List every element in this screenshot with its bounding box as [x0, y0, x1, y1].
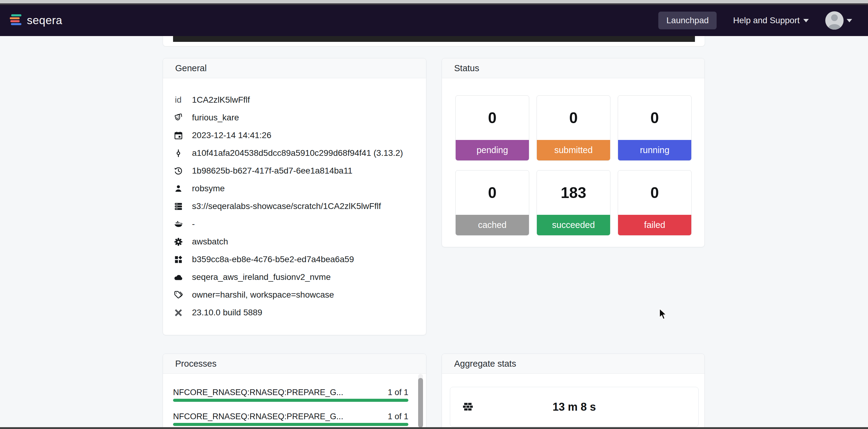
status-tiles: 0 pending 0 submitted 0 running 0 cached…	[442, 78, 705, 247]
seqera-logo[interactable]: seqera	[9, 13, 62, 28]
top-navbar: seqera Launchpad Help and Support	[0, 5, 868, 36]
submitted-label: submitted	[537, 140, 610, 161]
general-row-session: 1b98625b-b627-417f-a5d7-6ee1a814ba11	[173, 162, 414, 180]
brand-wordmark: seqera	[27, 14, 62, 27]
status-card: Status 0 pending 0 submitted 0 running 0…	[442, 58, 705, 247]
nextflow-version-value: 23.10.0 build 5889	[192, 308, 262, 317]
wall-time-stat: 13 m 8 s	[450, 387, 699, 427]
running-label: running	[618, 140, 691, 161]
general-card: General id 1CA2zlK5lwFflf furious_kare	[163, 58, 426, 335]
process-progress-bar	[173, 399, 408, 402]
chevron-down-icon	[847, 19, 852, 22]
succeeded-label: succeeded	[537, 215, 610, 235]
aggregate-stats-title: Aggregate stats	[454, 359, 516, 369]
calendar-icon	[173, 130, 183, 141]
general-row-compute-env: b359cc8a-eb8e-4c76-b5e2-ed7a4bea6a59	[173, 251, 414, 268]
general-card-body: id 1CA2zlK5lwFflf furious_kare	[163, 78, 426, 321]
process-item: NFCORE_RNASEQ:RNASEQ:PREPARE_G... 1 of 1	[173, 412, 408, 426]
seqera-logo-icon	[9, 13, 22, 28]
start-date-value: 2023-12-14 14:41:26	[192, 131, 271, 140]
general-row-launched-by: robsyme	[173, 180, 414, 197]
general-row-start-date: 2023-12-14 14:41:26	[173, 126, 414, 144]
cached-count: 0	[456, 171, 529, 215]
bottom-bar	[0, 427, 868, 429]
processes-card: Processes NFCORE_RNASEQ:RNASEQ:PREPARE_G…	[163, 353, 426, 429]
avatar	[825, 11, 844, 30]
workdir-value: s3://seqeralabs-showcase/scratch/1CA2zlK…	[192, 201, 381, 211]
running-count: 0	[618, 96, 691, 140]
executor-value: awsbatch	[192, 237, 228, 247]
compute-env-name-value: seqera_aws_ireland_fusionv2_nvme	[192, 272, 331, 282]
submitted-count: 0	[537, 96, 610, 140]
general-row-id: id 1CA2zlK5lwFflf	[173, 91, 414, 109]
mouse-cursor	[659, 308, 668, 320]
help-and-support-label: Help and Support	[733, 16, 800, 25]
history-icon	[173, 166, 183, 176]
general-row-nextflow-version: 23.10.0 build 5889	[173, 304, 414, 321]
succeeded-count: 183	[537, 171, 610, 215]
pending-count: 0	[456, 96, 529, 140]
general-row-run-name: furious_kare	[173, 109, 414, 126]
aggregate-stats-card-header: Aggregate stats	[442, 354, 705, 374]
labels-value: owner=harshil, workspace=showcase	[192, 290, 334, 300]
processes-title: Processes	[175, 359, 216, 369]
command-snippet-card	[163, 36, 705, 47]
general-row-executor: awsbatch	[173, 233, 414, 251]
id-label: id	[173, 95, 183, 105]
nextflow-icon	[173, 307, 183, 318]
compute-env-id-value: b359cc8a-eb8e-4c76-b5e2-ed7a4bea6a59	[192, 255, 354, 264]
chevron-down-icon	[803, 19, 809, 22]
general-row-container: -	[173, 215, 414, 233]
status-tile-pending[interactable]: 0 pending	[455, 95, 529, 161]
general-row-workdir: s3://seqeralabs-showcase/scratch/1CA2zlK…	[173, 197, 414, 215]
general-row-labels: owner=harshil, workspace=showcase	[173, 286, 414, 304]
aggregate-stats-card: Aggregate stats 13 m 8 s	[442, 353, 705, 429]
process-progress-bar	[173, 423, 408, 426]
tags-icon	[173, 290, 183, 300]
cached-label: cached	[456, 215, 529, 235]
failed-label: failed	[618, 215, 691, 235]
general-row-compute-env-name: seqera_aws_ireland_fusionv2_nvme	[173, 268, 414, 286]
launched-by-value: robsyme	[192, 183, 225, 193]
git-commit-icon	[173, 148, 183, 158]
failed-count: 0	[618, 171, 691, 215]
general-card-header: General	[163, 58, 426, 78]
processes-scrollbar-thumb[interactable]	[418, 378, 423, 427]
blocks-icon	[173, 254, 183, 265]
server-icon	[173, 201, 183, 211]
user-icon	[173, 183, 183, 194]
docker-icon	[173, 219, 183, 229]
process-task-count: 1 of 1	[388, 388, 408, 397]
status-tile-succeeded[interactable]: 183 succeeded	[536, 170, 611, 236]
process-item: NFCORE_RNASEQ:RNASEQ:PREPARE_G... 1 of 1	[173, 388, 408, 402]
process-task-count: 1 of 1	[388, 412, 408, 421]
launchpad-button[interactable]: Launchpad	[658, 11, 717, 29]
run-name-value: furious_kare	[192, 113, 239, 122]
status-tile-submitted[interactable]: 0 submitted	[536, 95, 611, 161]
general-row-commit: a10f41afa204538d5dcc89a5910c299d68f94f41…	[173, 144, 414, 162]
user-menu[interactable]	[825, 11, 859, 30]
gear-icon	[173, 236, 183, 247]
wall-time-value: 13 m 8 s	[450, 401, 698, 413]
window-edge-strip	[0, 0, 868, 3]
workflow-id-value: 1CA2zlK5lwFflf	[192, 95, 250, 105]
processes-card-header: Processes	[163, 354, 426, 374]
status-card-header: Status	[442, 58, 705, 78]
command-snippet-box[interactable]	[173, 36, 695, 42]
status-tile-cached[interactable]: 0 cached	[455, 170, 529, 236]
status-title: Status	[454, 63, 479, 73]
session-id-value: 1b98625b-b627-417f-a5d7-6ee1a814ba11	[192, 166, 352, 176]
commit-id-value: a10f41afa204538d5dcc89a5910c299d68f94f41…	[192, 148, 403, 158]
cloud-icon	[173, 272, 183, 282]
help-and-support-menu[interactable]: Help and Support	[733, 16, 809, 25]
process-name[interactable]: NFCORE_RNASEQ:RNASEQ:PREPARE_G...	[173, 412, 343, 421]
process-name[interactable]: NFCORE_RNASEQ:RNASEQ:PREPARE_G...	[173, 388, 343, 397]
pending-label: pending	[456, 140, 529, 161]
general-title: General	[175, 63, 207, 73]
theater-masks-icon	[173, 112, 183, 123]
container-value: -	[192, 219, 195, 229]
processes-list: NFCORE_RNASEQ:RNASEQ:PREPARE_G... 1 of 1…	[163, 374, 426, 426]
status-tile-failed[interactable]: 0 failed	[618, 170, 691, 236]
status-tile-running[interactable]: 0 running	[618, 95, 691, 161]
